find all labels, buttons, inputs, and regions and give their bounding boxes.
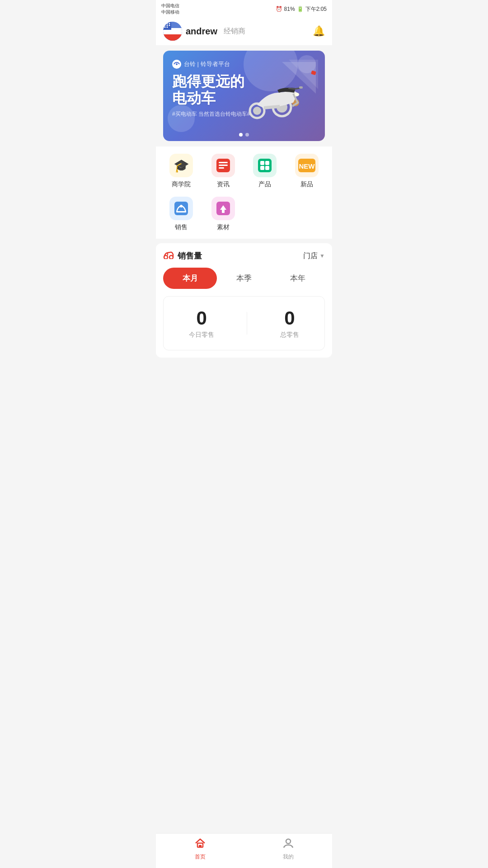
products-icon xyxy=(258,159,272,172)
bell-icon[interactable]: 🔔 xyxy=(313,25,325,37)
banner-dot-2[interactable] xyxy=(245,133,249,137)
profile-icon xyxy=(282,837,294,852)
nav-profile[interactable]: 我的 xyxy=(244,837,332,861)
sales-menu-label: 销售 xyxy=(175,223,188,231)
svg-point-5 xyxy=(169,23,170,24)
menu-grid: 🎓 商学院 资讯 xyxy=(156,146,332,239)
tab-month[interactable]: 本月 xyxy=(163,268,217,289)
svg-point-4 xyxy=(167,23,168,24)
news-icon xyxy=(216,159,230,172)
sales-section-title: 销售量 xyxy=(178,250,202,261)
status-bar: 中国电信 中国移动 ⏰ 81% 🔋 下午2:05 xyxy=(156,0,332,17)
banner-dot-1[interactable] xyxy=(239,133,243,137)
banner-dots xyxy=(239,133,249,137)
svg-text:NEW: NEW xyxy=(299,162,315,170)
total-retail-stat: 0 总零售 xyxy=(280,307,299,339)
header-left: andrew 经销商 xyxy=(163,22,245,41)
nav-profile-label: 我的 xyxy=(283,853,294,861)
carrier2: 中国移动 xyxy=(161,9,179,15)
news-icon-wrap xyxy=(211,154,235,177)
store-selector[interactable]: 门店 ▼ xyxy=(303,251,325,261)
battery-icon: 🔋 xyxy=(297,6,304,12)
carrier1: 中国电信 xyxy=(161,3,179,9)
svg-rect-43 xyxy=(199,845,202,847)
svg-point-7 xyxy=(167,25,168,26)
svg-rect-21 xyxy=(299,86,303,89)
sales-section: 销售量 门店 ▼ 本月 本季 本年 0 今日零售 0 总零售 xyxy=(156,243,332,358)
svg-point-44 xyxy=(286,839,291,844)
menu-item-products[interactable]: 产品 xyxy=(244,154,286,189)
user-name: andrew xyxy=(186,26,217,37)
user-role: 经销商 xyxy=(224,27,245,36)
total-retail-value: 0 xyxy=(280,307,299,329)
svg-rect-39 xyxy=(222,209,225,213)
academy-label: 商学院 xyxy=(172,180,191,189)
stats-card: 0 今日零售 0 总零售 xyxy=(163,296,325,350)
svg-rect-28 xyxy=(260,161,264,165)
scooter-illustration xyxy=(244,57,320,125)
svg-rect-26 xyxy=(219,167,224,169)
period-tabs: 本月 本季 本年 xyxy=(163,268,325,289)
svg-point-20 xyxy=(253,107,261,115)
sales-title-row: 销售量 xyxy=(163,250,202,261)
new-label: 新品 xyxy=(300,180,313,189)
stat-divider xyxy=(247,312,247,335)
svg-rect-25 xyxy=(219,165,228,166)
svg-rect-31 xyxy=(265,166,269,170)
today-retail-value: 0 xyxy=(189,307,214,329)
banner-logo-text: 台铃 | 铃导者平台 xyxy=(184,60,230,68)
sales-icon-wrap xyxy=(169,197,193,220)
bottom-nav: 首页 我的 xyxy=(156,833,332,868)
new-badge-icon: NEW xyxy=(298,159,315,172)
svg-point-10 xyxy=(167,27,168,28)
new-icon-wrap: NEW xyxy=(295,154,319,177)
today-retail-stat: 0 今日零售 xyxy=(189,307,214,339)
svg-rect-29 xyxy=(265,161,269,165)
svg-rect-36 xyxy=(176,211,186,212)
svg-point-22 xyxy=(295,93,299,96)
products-label: 产品 xyxy=(258,180,271,189)
nav-home[interactable]: 首页 xyxy=(156,837,244,861)
svg-point-8 xyxy=(169,25,170,26)
news-label: 资讯 xyxy=(217,180,230,189)
chevron-down-icon: ▼ xyxy=(319,253,325,259)
nav-home-label: 首页 xyxy=(195,853,206,861)
menu-item-new[interactable]: NEW 新品 xyxy=(286,154,328,189)
menu-item-news[interactable]: 资讯 xyxy=(202,154,244,189)
academy-icon: 🎓 xyxy=(174,158,189,173)
avatar[interactable] xyxy=(163,22,182,41)
total-retail-label: 总零售 xyxy=(280,331,299,339)
menu-item-sales[interactable]: 销售 xyxy=(160,197,202,231)
menu-item-materials[interactable]: 素材 xyxy=(202,197,244,231)
sales-section-icon xyxy=(163,251,174,261)
home-icon xyxy=(194,837,206,852)
alarm-icon: ⏰ xyxy=(276,6,282,12)
svg-rect-2 xyxy=(163,34,182,41)
svg-point-9 xyxy=(164,27,166,28)
svg-rect-24 xyxy=(219,162,228,163)
store-label: 门店 xyxy=(303,251,318,261)
tab-quarter[interactable]: 本季 xyxy=(217,268,271,289)
today-retail-label: 今日零售 xyxy=(189,331,214,339)
tab-year[interactable]: 本年 xyxy=(271,268,325,289)
brand-logo-icon xyxy=(172,60,181,69)
svg-rect-30 xyxy=(260,166,264,170)
header: andrew 经销商 🔔 xyxy=(156,17,332,45)
sales-header: 销售量 门店 ▼ xyxy=(163,250,325,261)
materials-icon xyxy=(216,202,230,215)
svg-rect-34 xyxy=(174,202,188,215)
sales-icon xyxy=(174,202,188,215)
svg-point-11 xyxy=(176,63,178,65)
materials-icon-wrap xyxy=(211,197,235,220)
svg-rect-27 xyxy=(258,159,272,172)
time-display: 下午2:05 xyxy=(305,5,327,13)
products-icon-wrap xyxy=(253,154,277,177)
battery-percent: 81% xyxy=(284,6,295,12)
academy-icon-wrap: 🎓 xyxy=(169,154,193,177)
svg-point-6 xyxy=(164,25,166,26)
carrier-info: 中国电信 中国移动 xyxy=(161,3,179,15)
svg-point-35 xyxy=(180,205,183,208)
status-right: ⏰ 81% 🔋 下午2:05 xyxy=(276,5,327,13)
banner[interactable]: 台铃 | 铃导者平台 跑得更远的电动车 #买电动车 当然首选台铃电动车# xyxy=(163,51,325,141)
menu-item-academy[interactable]: 🎓 商学院 xyxy=(160,154,202,189)
